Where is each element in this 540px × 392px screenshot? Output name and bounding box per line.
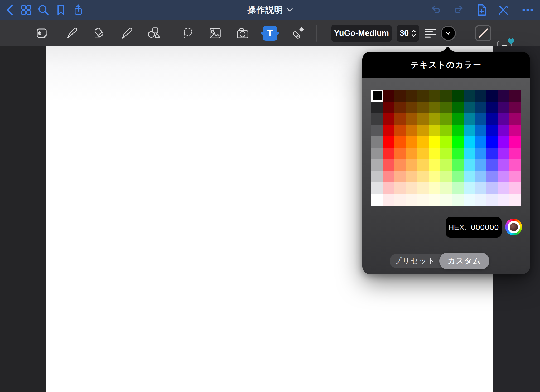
color-swatch[interactable] bbox=[452, 194, 464, 206]
color-swatch[interactable] bbox=[371, 90, 383, 102]
color-swatch[interactable] bbox=[394, 159, 406, 171]
color-swatch[interactable] bbox=[498, 194, 510, 206]
color-swatch[interactable] bbox=[452, 125, 464, 136]
redo-button[interactable] bbox=[451, 0, 466, 20]
color-swatch[interactable] bbox=[406, 102, 417, 113]
more-button[interactable] bbox=[520, 0, 535, 20]
color-swatch[interactable] bbox=[406, 136, 417, 148]
laser-tool-button[interactable] bbox=[291, 26, 304, 40]
color-swatch[interactable] bbox=[417, 90, 429, 102]
color-swatch[interactable] bbox=[394, 171, 406, 183]
color-swatch[interactable] bbox=[452, 159, 464, 171]
color-swatch[interactable] bbox=[440, 90, 452, 102]
color-swatch[interactable] bbox=[464, 136, 475, 148]
text-color-button[interactable] bbox=[441, 26, 456, 41]
color-swatch[interactable] bbox=[394, 125, 406, 136]
add-page-button[interactable] bbox=[474, 0, 489, 20]
color-swatch[interactable] bbox=[440, 171, 452, 183]
color-swatch[interactable] bbox=[371, 125, 383, 136]
color-swatch[interactable] bbox=[429, 136, 440, 148]
bookmark-button[interactable] bbox=[53, 0, 69, 20]
color-swatch[interactable] bbox=[509, 136, 521, 148]
color-swatch[interactable] bbox=[406, 148, 417, 159]
color-swatch[interactable] bbox=[417, 148, 429, 159]
color-swatch[interactable] bbox=[509, 125, 521, 136]
color-swatch[interactable] bbox=[452, 102, 464, 113]
color-swatch[interactable] bbox=[452, 113, 464, 125]
highlighter-tool-button[interactable] bbox=[120, 27, 133, 40]
color-swatch[interactable] bbox=[383, 90, 394, 102]
color-swatch[interactable] bbox=[394, 102, 406, 113]
color-swatch[interactable] bbox=[498, 171, 510, 183]
color-swatch[interactable] bbox=[464, 125, 475, 136]
color-swatch[interactable] bbox=[486, 194, 498, 206]
color-swatch[interactable] bbox=[440, 182, 452, 194]
back-button[interactable] bbox=[2, 0, 17, 20]
color-swatch[interactable] bbox=[464, 148, 475, 159]
color-swatch[interactable] bbox=[509, 159, 521, 171]
color-swatch[interactable] bbox=[486, 136, 498, 148]
color-swatch[interactable] bbox=[383, 102, 394, 113]
color-swatch[interactable] bbox=[498, 136, 510, 148]
color-swatch[interactable] bbox=[406, 159, 417, 171]
color-swatch[interactable] bbox=[464, 182, 475, 194]
color-swatch[interactable] bbox=[440, 159, 452, 171]
color-swatch[interactable] bbox=[394, 90, 406, 102]
camera-tool-button[interactable] bbox=[236, 27, 249, 40]
color-swatch[interactable] bbox=[371, 148, 383, 159]
color-swatch[interactable] bbox=[486, 182, 498, 194]
color-swatch[interactable] bbox=[394, 194, 406, 206]
search-button[interactable] bbox=[36, 0, 51, 20]
color-swatch[interactable] bbox=[486, 113, 498, 125]
shapes-tool-button[interactable] bbox=[147, 27, 161, 40]
color-swatch[interactable] bbox=[464, 90, 475, 102]
color-swatch[interactable] bbox=[452, 171, 464, 183]
lasso-tool-button[interactable] bbox=[181, 27, 194, 40]
color-swatch[interactable] bbox=[429, 171, 440, 183]
color-swatch[interactable] bbox=[383, 136, 394, 148]
color-swatch[interactable] bbox=[464, 194, 475, 206]
document-title[interactable]: 操作説明 bbox=[247, 0, 293, 20]
color-swatch[interactable] bbox=[383, 113, 394, 125]
color-swatch[interactable] bbox=[406, 182, 417, 194]
color-swatch[interactable] bbox=[498, 148, 510, 159]
color-swatch[interactable] bbox=[371, 182, 383, 194]
color-swatch[interactable] bbox=[394, 113, 406, 125]
color-swatch[interactable] bbox=[440, 148, 452, 159]
color-swatch[interactable] bbox=[475, 148, 486, 159]
color-swatch[interactable] bbox=[394, 182, 406, 194]
color-swatch[interactable] bbox=[371, 194, 383, 206]
color-swatch[interactable] bbox=[475, 125, 486, 136]
color-swatch[interactable] bbox=[417, 159, 429, 171]
color-swatch[interactable] bbox=[383, 182, 394, 194]
color-swatch[interactable] bbox=[371, 159, 383, 171]
color-swatch[interactable] bbox=[440, 102, 452, 113]
undo-button[interactable] bbox=[428, 0, 443, 20]
color-swatch[interactable] bbox=[452, 90, 464, 102]
color-swatch[interactable] bbox=[429, 102, 440, 113]
color-swatch[interactable] bbox=[509, 194, 521, 206]
color-swatch[interactable] bbox=[406, 171, 417, 183]
hex-input[interactable]: HEX: 000000 bbox=[446, 217, 502, 238]
color-swatch[interactable] bbox=[383, 148, 394, 159]
color-swatch[interactable] bbox=[475, 171, 486, 183]
font-size-stepper[interactable]: 30 bbox=[397, 25, 419, 42]
color-swatch[interactable] bbox=[509, 102, 521, 113]
color-wheel-button[interactable] bbox=[505, 219, 522, 235]
color-swatch[interactable] bbox=[498, 113, 510, 125]
color-swatch[interactable] bbox=[475, 159, 486, 171]
color-swatch[interactable] bbox=[486, 102, 498, 113]
color-swatch[interactable] bbox=[406, 125, 417, 136]
page-thumbnails-button[interactable] bbox=[18, 0, 34, 20]
color-swatch[interactable] bbox=[417, 182, 429, 194]
color-swatch[interactable] bbox=[371, 102, 383, 113]
color-swatch[interactable] bbox=[371, 113, 383, 125]
color-swatch[interactable] bbox=[486, 125, 498, 136]
document-view-button[interactable] bbox=[35, 27, 48, 39]
color-swatch[interactable] bbox=[509, 171, 521, 183]
color-swatch[interactable] bbox=[475, 90, 486, 102]
color-swatch[interactable] bbox=[383, 159, 394, 171]
color-swatch[interactable] bbox=[429, 182, 440, 194]
color-swatch[interactable] bbox=[464, 102, 475, 113]
color-swatch[interactable] bbox=[509, 90, 521, 102]
